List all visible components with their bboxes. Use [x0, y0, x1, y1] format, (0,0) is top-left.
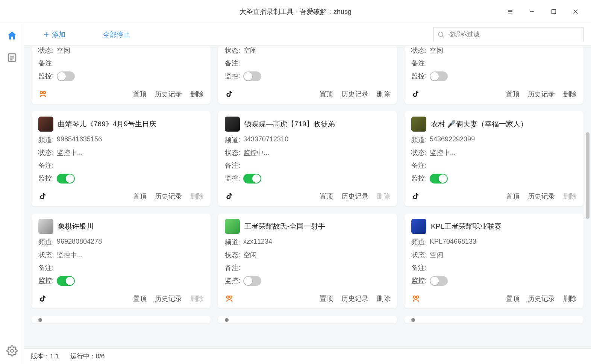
delete-button[interactable]: 删除: [377, 89, 390, 99]
history-button[interactable]: 历史记录: [528, 294, 555, 303]
search-input-wrap[interactable]: [433, 27, 583, 42]
running-text: 运行中：0/6: [70, 352, 105, 361]
monitor-row: 监控:: [38, 71, 204, 81]
douyin-icon: [411, 192, 420, 201]
monitor-toggle[interactable]: [430, 71, 448, 81]
card-footer: 置顶 历史记录 删除: [38, 87, 204, 99]
pin-button[interactable]: 置顶: [133, 294, 147, 303]
pin-button[interactable]: 置顶: [320, 89, 333, 99]
delete-button: 删除: [563, 192, 577, 201]
remark-row: 备注:: [411, 263, 577, 272]
card-footer: 置顶 历史记录 删除: [225, 292, 390, 303]
card-footer: 置顶 历史记录 删除: [411, 190, 577, 201]
remark-row: 备注:: [225, 161, 390, 170]
pin-button[interactable]: 置顶: [506, 192, 520, 201]
stream-card: 王者荣耀故氏-全国一射手 频道:xzx11234 状态:空闲 备注: 监控: 置…: [218, 214, 397, 308]
card-footer: 置顶 历史记录 删除: [411, 87, 577, 99]
status-row: 状态:空闲: [225, 250, 390, 259]
settings-icon[interactable]: [6, 345, 18, 356]
avatar: [411, 318, 415, 322]
card-title: 象棋许银川: [58, 221, 94, 231]
history-button[interactable]: 历史记录: [528, 89, 555, 99]
monitor-row: 监控:: [225, 174, 390, 184]
monitor-toggle[interactable]: [243, 71, 261, 81]
monitor-toggle[interactable]: [430, 276, 448, 286]
delete-button[interactable]: 删除: [190, 89, 204, 99]
channel-row: 频道:343370712310: [225, 135, 390, 144]
history-button[interactable]: 历史记录: [155, 89, 182, 99]
channel-row: 频道:969280804278: [38, 238, 204, 247]
card-header: 象棋许银川: [38, 219, 204, 234]
monitor-toggle[interactable]: [243, 174, 261, 184]
status-value: 空闲: [430, 250, 443, 259]
home-icon[interactable]: [6, 30, 18, 41]
douyin-icon: [225, 89, 234, 99]
svg-point-11: [11, 349, 14, 352]
monitor-toggle[interactable]: [57, 276, 75, 286]
svg-point-19: [230, 296, 232, 298]
search-icon: [437, 31, 445, 38]
status-row: 状态:监控中...: [411, 148, 577, 157]
history-button[interactable]: 历史记录: [341, 192, 368, 201]
remark-row: 备注:: [225, 59, 390, 68]
statusbar: 版本：1.1 运行中：0/6: [24, 348, 591, 364]
menu-icon[interactable]: [505, 6, 516, 17]
stream-card: 状态:空闲 备注: 监控: 置顶 历史记录 删除: [32, 46, 211, 104]
stream-card: 曲靖琴儿《769》4月9号生日庆 频道:998541635156 状态:监控中.…: [32, 111, 211, 206]
pin-button[interactable]: 置顶: [320, 294, 333, 303]
stream-card: 状态:空闲 备注: 监控: 置顶 历史记录 删除: [218, 46, 397, 104]
maximize-icon[interactable]: [548, 6, 559, 17]
version-text: 版本：1.1: [31, 352, 59, 361]
scrollbar-thumb[interactable]: [586, 132, 589, 219]
monitor-row: 监控:: [225, 276, 390, 286]
minimize-icon[interactable]: [526, 6, 538, 17]
pin-button[interactable]: 置顶: [133, 89, 147, 99]
pin-button[interactable]: 置顶: [320, 192, 333, 201]
channel-value: 969280804278: [57, 238, 102, 247]
stream-card: KPL王者荣耀职业联赛 频道:KPL704668133 状态:空闲 备注: 监控…: [405, 214, 583, 308]
avatar: [411, 219, 426, 234]
history-button[interactable]: 历史记录: [155, 294, 182, 303]
stream-card: [32, 316, 211, 323]
pin-button[interactable]: 置顶: [506, 294, 520, 303]
avatar: [225, 219, 240, 234]
svg-point-17: [43, 91, 45, 94]
douyin-icon: [38, 192, 47, 201]
status-value: 监控中...: [243, 148, 269, 157]
remark-row: 备注:: [225, 263, 390, 272]
card-header: 王者荣耀故氏-全国一射手: [225, 219, 390, 234]
pin-button[interactable]: 置顶: [133, 192, 147, 201]
status-row: 状态:监控中...: [225, 148, 390, 157]
monitor-toggle[interactable]: [57, 71, 75, 81]
search-input[interactable]: [448, 31, 579, 38]
history-button[interactable]: 历史记录: [155, 192, 182, 201]
monitor-toggle[interactable]: [57, 174, 75, 184]
delete-button: 删除: [190, 294, 204, 303]
douyin-icon: [411, 89, 420, 99]
add-button[interactable]: 添加: [32, 30, 65, 39]
history-button[interactable]: 历史记录: [341, 294, 368, 303]
monitor-toggle[interactable]: [430, 174, 448, 184]
card-footer: 置顶 历史记录 删除: [38, 190, 204, 201]
card-footer: 置顶 历史记录 删除: [38, 292, 204, 303]
history-button[interactable]: 历史记录: [341, 89, 368, 99]
card-header: 曲靖琴儿《769》4月9号生日庆: [38, 117, 204, 132]
svg-rect-4: [552, 10, 556, 14]
history-button[interactable]: 历史记录: [528, 192, 555, 201]
avatar: [225, 318, 229, 322]
close-icon[interactable]: [570, 6, 581, 17]
delete-button[interactable]: 删除: [377, 294, 390, 303]
delete-button[interactable]: 删除: [563, 294, 577, 303]
remark-row: 备注:: [38, 161, 204, 170]
avatar: [38, 318, 42, 322]
remark-row: 备注:: [411, 161, 577, 170]
delete-button[interactable]: 删除: [563, 89, 577, 99]
status-value: 空闲: [430, 46, 443, 55]
monitor-toggle[interactable]: [243, 276, 261, 286]
card-footer: 置顶 历史记录 删除: [411, 292, 577, 303]
window-title: 大圣直播录制工具 - 吾爱破解：zhusg: [239, 7, 352, 16]
stop-all-button[interactable]: 全部停止: [80, 30, 130, 39]
pin-button[interactable]: 置顶: [506, 89, 520, 99]
douyin-icon: [225, 192, 234, 201]
list-icon[interactable]: [6, 52, 18, 63]
